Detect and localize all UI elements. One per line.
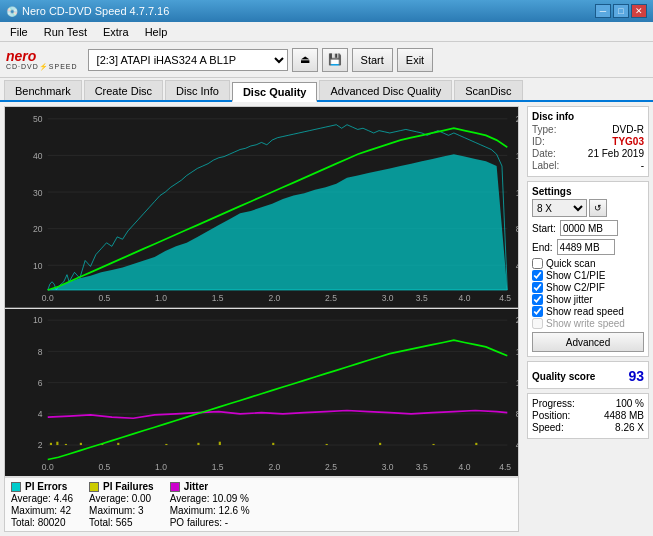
pif-maximum-line: Maximum: 3: [89, 505, 154, 516]
svg-text:6: 6: [38, 378, 43, 388]
save-button[interactable]: 💾: [322, 48, 348, 72]
disc-id-value: TYG03: [612, 136, 644, 147]
disc-id-label: ID:: [532, 136, 545, 147]
pie-average-line: Average: 4.46: [11, 493, 73, 504]
svg-text:3.0: 3.0: [382, 461, 394, 471]
pif-total-line: Total: 565: [89, 517, 154, 528]
quick-scan-label: Quick scan: [546, 258, 595, 269]
svg-text:8: 8: [516, 224, 518, 234]
menu-extra[interactable]: Extra: [97, 24, 135, 40]
tab-benchmark[interactable]: Benchmark: [4, 80, 82, 100]
svg-text:30: 30: [33, 187, 43, 197]
svg-text:2.5: 2.5: [325, 461, 337, 471]
show-c2pif-checkbox[interactable]: [532, 282, 543, 293]
svg-rect-57: [475, 443, 477, 445]
menu-bar: File Run Test Extra Help: [0, 22, 653, 42]
speed-select[interactable]: 8 X 4 X 12 X 16 X: [532, 199, 587, 217]
quick-scan-checkbox[interactable]: [532, 258, 543, 269]
show-c1pie-label: Show C1/PIE: [546, 270, 605, 281]
end-label: End:: [532, 242, 553, 253]
tab-advanced-disc-quality[interactable]: Advanced Disc Quality: [319, 80, 452, 100]
disc-type-value: DVD-R: [612, 124, 644, 135]
toolbar: nero CD·DVD⚡SPEED [2:3] ATAPI iHAS324 A …: [0, 42, 653, 78]
svg-text:40: 40: [33, 151, 43, 161]
tab-scan-disc[interactable]: ScanDisc: [454, 80, 522, 100]
stat-pie-errors: PI Errors Average: 4.46 Maximum: 42 Tota…: [11, 481, 73, 528]
quality-score-row: Quality score 93: [532, 368, 644, 384]
svg-text:12: 12: [516, 187, 518, 197]
show-write-speed-checkbox[interactable]: [532, 318, 543, 329]
advanced-button[interactable]: Advanced: [532, 332, 644, 352]
pif-color-box: [89, 482, 99, 492]
menu-help[interactable]: Help: [139, 24, 174, 40]
show-jitter-label: Show jitter: [546, 294, 593, 305]
pie-errors-label: PI Errors: [25, 481, 67, 492]
svg-text:4: 4: [516, 440, 518, 450]
svg-text:4.5: 4.5: [499, 292, 511, 302]
svg-text:8: 8: [38, 346, 43, 356]
svg-rect-44: [50, 443, 52, 445]
svg-text:1.0: 1.0: [155, 292, 167, 302]
svg-text:1.0: 1.0: [155, 461, 167, 471]
chart-area: 50 40 30 20 10 20 16 12 8 4 0.0 0.5: [4, 106, 519, 532]
start-input[interactable]: [560, 220, 618, 236]
position-row: Position: 4488 MB: [532, 410, 644, 421]
settings-box: Settings 8 X 4 X 12 X 16 X ↺ Start: End:: [527, 181, 649, 357]
start-button[interactable]: Start: [352, 48, 393, 72]
svg-text:20: 20: [516, 114, 518, 124]
jitter-label: Jitter: [184, 481, 208, 492]
show-write-speed-label: Show write speed: [546, 318, 625, 329]
close-button[interactable]: ✕: [631, 4, 647, 18]
tab-disc-quality[interactable]: Disc Quality: [232, 82, 318, 102]
show-c1pie-checkbox[interactable]: [532, 270, 543, 281]
menu-file[interactable]: File: [4, 24, 34, 40]
svg-text:2.0: 2.0: [268, 461, 280, 471]
end-input[interactable]: [557, 239, 615, 255]
settings-title: Settings: [532, 186, 644, 197]
minimize-button[interactable]: ─: [595, 4, 611, 18]
tab-create-disc[interactable]: Create Disc: [84, 80, 163, 100]
position-value: 4488 MB: [604, 410, 644, 421]
stat-jitter: Jitter Average: 10.09 % Maximum: 12.6 % …: [170, 481, 250, 528]
speed-row-prog: Speed: 8.26 X: [532, 422, 644, 433]
show-write-speed-row: Show write speed: [532, 318, 644, 329]
chart-bottom: 10 8 6 4 2 20 16 12 8 4: [5, 309, 518, 477]
svg-rect-56: [433, 444, 435, 445]
progress-row: Progress: 100 %: [532, 398, 644, 409]
disc-id-row: ID: TYG03: [532, 136, 644, 147]
svg-rect-49: [117, 443, 119, 445]
position-label: Position:: [532, 410, 570, 421]
settings-refresh-button[interactable]: ↺: [589, 199, 607, 217]
title-bar-left: 💿 Nero CD-DVD Speed 4.7.7.16: [6, 5, 169, 17]
svg-rect-54: [326, 444, 328, 445]
drive-select[interactable]: [2:3] ATAPI iHAS324 A BL1P: [88, 49, 288, 71]
exit-button[interactable]: Exit: [397, 48, 433, 72]
maximize-button[interactable]: □: [613, 4, 629, 18]
tab-disc-info[interactable]: Disc Info: [165, 80, 230, 100]
show-read-speed-checkbox[interactable]: [532, 306, 543, 317]
svg-text:0.0: 0.0: [42, 461, 54, 471]
svg-text:0.5: 0.5: [98, 461, 110, 471]
progress-box: Progress: 100 % Position: 4488 MB Speed:…: [527, 393, 649, 439]
quality-score-value: 93: [628, 368, 644, 384]
pie-color-box: [11, 482, 21, 492]
eject-button[interactable]: ⏏: [292, 48, 318, 72]
speed-label: Speed:: [532, 422, 564, 433]
disc-date-label: Date:: [532, 148, 556, 159]
pi-failures-label: PI Failures: [103, 481, 154, 492]
svg-rect-28: [5, 309, 518, 476]
svg-text:4: 4: [516, 260, 518, 270]
title-bar: 💿 Nero CD-DVD Speed 4.7.7.16 ─ □ ✕: [0, 0, 653, 22]
show-jitter-checkbox[interactable]: [532, 294, 543, 305]
svg-text:4.0: 4.0: [459, 292, 471, 302]
disc-label-row: Label: -: [532, 160, 644, 171]
stat-jitter-header: Jitter: [170, 481, 250, 492]
tab-bar: Benchmark Create Disc Disc Info Disc Qua…: [0, 78, 653, 102]
svg-text:4.0: 4.0: [459, 461, 471, 471]
start-label: Start:: [532, 223, 556, 234]
show-c2pif-label: Show C2/PIF: [546, 282, 605, 293]
svg-rect-55: [379, 443, 381, 445]
menu-run-test[interactable]: Run Test: [38, 24, 93, 40]
svg-text:0.5: 0.5: [98, 292, 110, 302]
disc-info-box: Disc info Type: DVD-R ID: TYG03 Date: 21…: [527, 106, 649, 177]
